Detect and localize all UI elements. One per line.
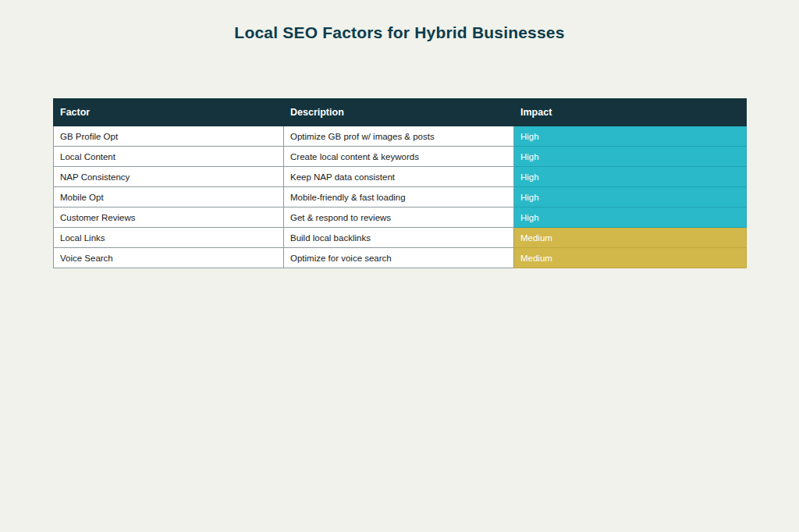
description-cell: Keep NAP data consistent: [284, 167, 514, 187]
description-cell: Mobile-friendly & fast loading: [284, 187, 514, 207]
description-cell: Optimize for voice search: [284, 248, 514, 268]
factor-cell: Voice Search: [54, 248, 284, 268]
table-row: NAP Consistency Keep NAP data consistent…: [54, 167, 747, 187]
table-row: GB Profile Opt Optimize GB prof w/ image…: [54, 126, 747, 147]
impact-cell: Medium: [514, 248, 747, 268]
table-row: Mobile Opt Mobile-friendly & fast loadin…: [54, 187, 747, 207]
page-title: Local SEO Factors for Hybrid Businesses: [0, 23, 799, 42]
seo-factors-table: Factor Description Impact GB Profile Opt…: [53, 98, 747, 268]
description-cell: Build local backlinks: [284, 228, 514, 248]
column-header-description: Description: [284, 99, 514, 126]
table-row: Voice Search Optimize for voice search M…: [54, 248, 747, 268]
factor-cell: Mobile Opt: [54, 187, 284, 207]
factor-cell: Local Content: [54, 147, 284, 167]
table-header-row: Factor Description Impact: [54, 99, 747, 126]
impact-cell: High: [514, 207, 747, 228]
column-header-factor: Factor: [54, 99, 284, 126]
impact-cell: Medium: [514, 228, 747, 248]
factor-cell: NAP Consistency: [54, 167, 284, 187]
impact-cell: High: [514, 167, 747, 187]
impact-cell: High: [514, 126, 747, 147]
factor-cell: GB Profile Opt: [54, 126, 284, 147]
impact-cell: High: [514, 147, 747, 167]
table-row: Customer Reviews Get & respond to review…: [54, 207, 747, 228]
table-row: Local Links Build local backlinks Medium: [54, 228, 747, 248]
factor-cell: Customer Reviews: [54, 207, 284, 228]
description-cell: Create local content & keywords: [284, 147, 514, 167]
column-header-impact: Impact: [514, 99, 747, 126]
description-cell: Get & respond to reviews: [284, 207, 514, 228]
table-row: Local Content Create local content & key…: [54, 147, 747, 167]
factor-cell: Local Links: [54, 228, 284, 248]
impact-cell: High: [514, 187, 747, 207]
description-cell: Optimize GB prof w/ images & posts: [284, 126, 514, 147]
